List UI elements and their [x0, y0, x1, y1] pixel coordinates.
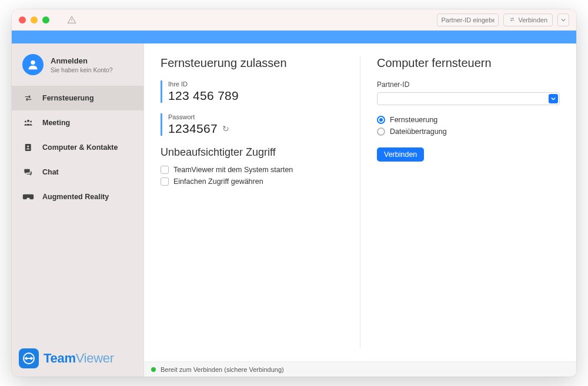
warning-icon[interactable] — [67, 15, 76, 25]
svg-point-3 — [27, 120, 29, 122]
sidebar-item-label: Meeting — [42, 119, 70, 127]
svg-rect-6 — [25, 144, 31, 151]
meeting-icon — [22, 118, 34, 127]
window-controls — [19, 16, 49, 24]
sidebar-item-contacts[interactable]: Computer & Kontakte — [12, 135, 143, 160]
control-remote-heading: Computer fernsteuern — [377, 56, 560, 70]
svg-point-1 — [71, 21, 72, 22]
svg-point-4 — [25, 121, 26, 123]
content-area: Fernsteuerung zulassen Ihre ID 123 456 7… — [144, 43, 576, 377]
titlebar-connect-label: Verbinden — [518, 16, 547, 24]
window-zoom-button[interactable] — [42, 16, 49, 24]
allow-remote-heading: Fernsteuerung zulassen — [161, 56, 343, 70]
password-label: Passwort — [168, 113, 343, 120]
allow-remote-panel: Fernsteuerung zulassen Ihre ID 123 456 7… — [144, 43, 360, 361]
titlebar-partner-id-input[interactable] — [437, 14, 499, 26]
radio-label: Fernsteuerung — [390, 116, 437, 124]
radio-remote-control[interactable]: Fernsteuerung — [377, 116, 560, 124]
status-bar: Bereit zum Verbinden (sichere Verbindung… — [144, 361, 576, 377]
account-text: Anmelden Sie haben kein Konto? — [51, 56, 113, 73]
status-dot-icon — [151, 367, 156, 372]
sidebar-item-chat[interactable]: Chat — [12, 160, 143, 184]
sidebar: Anmelden Sie haben kein Konto? Fernsteue… — [12, 43, 144, 377]
your-id-field: Ihre ID 123 456 789 — [161, 80, 343, 103]
svg-point-10 — [27, 146, 29, 147]
checkbox-label: Einfachen Zugriff gewähren — [173, 177, 263, 186]
radio-indicator — [377, 116, 385, 124]
window-minimize-button[interactable] — [31, 16, 38, 24]
account-subtitle: Sie haben kein Konto? — [51, 66, 113, 73]
svg-rect-8 — [24, 147, 25, 147]
account-section[interactable]: Anmelden Sie haben kein Konto? — [12, 43, 143, 86]
brand: TeamViewer — [12, 340, 143, 377]
sidebar-item-meeting[interactable]: Meeting — [12, 110, 143, 135]
sidebar-item-label: Chat — [42, 168, 59, 176]
titlebar-connect-button[interactable]: Verbinden — [503, 14, 553, 26]
checkbox-easy-access[interactable]: Einfachen Zugriff gewähren — [161, 177, 343, 186]
chat-icon — [22, 167, 34, 177]
your-id-label: Ihre ID — [168, 80, 343, 88]
checkbox-box — [161, 177, 169, 186]
header-blue-bar — [12, 31, 576, 43]
svg-point-2 — [31, 61, 35, 65]
main-area: Anmelden Sie haben kein Konto? Fernsteue… — [12, 43, 576, 377]
chevron-down-icon[interactable] — [549, 94, 558, 103]
app-window: Verbinden Anmelden Sie haben kein Konto? — [12, 9, 576, 377]
arrows-icon — [22, 94, 34, 102]
ar-goggles-icon — [22, 193, 34, 200]
sidebar-nav: Fernsteuerung Meeting Computer & Kontakt… — [12, 86, 143, 209]
radio-file-transfer[interactable]: Dateiübertragung — [377, 127, 560, 136]
arrows-icon — [509, 16, 516, 24]
window-close-button[interactable] — [19, 16, 26, 24]
sidebar-item-label: Computer & Kontakte — [42, 143, 118, 152]
checkbox-start-with-system[interactable]: TeamViewer mit dem System starten — [161, 166, 343, 174]
svg-point-5 — [30, 121, 32, 123]
your-id-value[interactable]: 123 456 789 — [168, 89, 343, 103]
brand-text: TeamViewer — [44, 351, 114, 366]
panels: Fernsteuerung zulassen Ihre ID 123 456 7… — [144, 43, 576, 361]
unattended-heading: Unbeaufsichtigter Zugriff — [161, 146, 343, 159]
sidebar-item-label: Fernsteuerung — [42, 94, 94, 102]
sidebar-item-remote-control[interactable]: Fernsteuerung — [12, 86, 143, 110]
brand-text-part1: Team — [44, 351, 76, 365]
status-text: Bereit zum Verbinden (sichere Verbindung… — [161, 366, 284, 373]
sidebar-item-label: Augmented Reality — [42, 193, 109, 201]
sidebar-item-ar[interactable]: Augmented Reality — [12, 184, 143, 209]
brand-logo-icon — [19, 348, 39, 368]
password-field: Passwort 1234567 ↻ — [161, 113, 343, 136]
titlebar-connect-dropdown[interactable] — [557, 14, 569, 26]
password-value[interactable]: 1234567 — [168, 122, 218, 136]
refresh-password-icon[interactable]: ↻ — [222, 124, 229, 133]
connect-button[interactable]: Verbinden — [377, 147, 424, 162]
account-title: Anmelden — [51, 56, 113, 65]
radio-indicator — [377, 127, 385, 136]
control-remote-panel: Computer fernsteuern Partner-ID Fernsteu… — [360, 43, 576, 361]
titlebar: Verbinden — [12, 9, 576, 31]
checkbox-box — [161, 166, 169, 174]
partner-id-label: Partner-ID — [377, 80, 560, 89]
svg-rect-9 — [24, 149, 25, 150]
radio-label: Dateiübertragung — [390, 127, 447, 136]
brand-text-part2: Viewer — [76, 351, 114, 365]
contacts-icon — [22, 143, 34, 152]
partner-id-combobox[interactable] — [377, 92, 560, 105]
avatar — [22, 54, 44, 75]
svg-rect-7 — [24, 145, 25, 146]
checkbox-label: TeamViewer mit dem System starten — [173, 166, 293, 174]
